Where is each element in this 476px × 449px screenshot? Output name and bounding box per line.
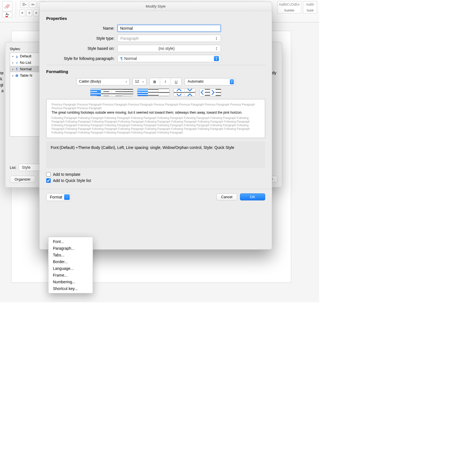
spacing-1-5-button[interactable] [148, 89, 159, 96]
style-type-value: Paragraph [120, 36, 139, 41]
type-label: Style type: [46, 36, 117, 41]
bold-button[interactable]: B [150, 78, 160, 85]
list-filter-value: Style [22, 165, 31, 170]
align-left-button[interactable] [90, 89, 101, 96]
svg-rect-1 [5, 7, 8, 8]
ok-button[interactable]: OK [240, 193, 265, 200]
preview-previous: Previous Paragraph Previous Paragraph Pr… [52, 103, 260, 110]
following-value: Normal [124, 56, 137, 61]
align-right-button[interactable] [112, 89, 122, 96]
chevron-updown-icon: ▴▾ [214, 46, 219, 51]
style-subtle[interactable]: AaBb Subtl [303, 1, 317, 13]
font-color-select[interactable]: Automatic▴▾ [185, 78, 235, 85]
spacing-2-button[interactable] [159, 89, 169, 96]
justify-button[interactable] [122, 89, 133, 96]
chevron-down-icon: ⌄ [64, 194, 70, 200]
format-menu: Font... Paragraph... Tabs... Border... L… [48, 237, 93, 293]
font-select[interactable]: Calibri (Body)▾ [76, 78, 130, 85]
pilcrow-icon: ¶ [15, 67, 19, 71]
style-sample: AaBbCcDdEe [279, 3, 300, 6]
menu-item-shortcut[interactable]: Shortcut key... [48, 285, 93, 292]
based-label: Style based on: [46, 46, 117, 51]
size-select[interactable]: 12▾ [132, 78, 146, 85]
menu-item-language[interactable]: Language... [48, 265, 93, 272]
style-a-icon: a [15, 55, 19, 58]
based-on-select[interactable]: (no style)▴▾ [117, 45, 221, 52]
menu-item-numbering[interactable]: Numbering... [48, 279, 93, 285]
align-right-ribbon[interactable]: ≡ [33, 10, 39, 16]
add-to-quick-style-checkbox[interactable] [46, 178, 51, 183]
format-dropdown[interactable]: Format ⌄ [46, 193, 71, 201]
add-to-template-checkbox[interactable] [46, 172, 51, 177]
indent-dec-button[interactable] [200, 89, 210, 96]
underline-button[interactable]: U [171, 78, 181, 85]
properties-heading: Properties [46, 16, 265, 21]
formatting-heading: Formatting [46, 69, 265, 74]
add-to-quick-style-label: Add to Quick Style list [53, 178, 91, 183]
align-left-ribbon[interactable]: ≡ [19, 10, 25, 16]
table-icon: ▦ [15, 74, 19, 77]
style-sample: AaBb [306, 3, 314, 6]
clear-formatting-button[interactable] [2, 1, 12, 11]
menu-item-tabs[interactable]: Tabs... [48, 252, 93, 258]
font-color-value: Automatic [188, 79, 204, 83]
based-on-value: (no style) [158, 46, 175, 51]
menu-item-border[interactable]: Border... [48, 258, 93, 265]
following-label: Style for following paragraph: [46, 56, 117, 61]
biu-group: B I U [149, 78, 182, 86]
list-label: List: [10, 165, 17, 170]
list-item-label: Table N [20, 73, 32, 78]
style-name: Subtitle [284, 9, 295, 12]
chevron-down-icon: ▾ [124, 78, 128, 85]
add-to-template-label: Add to template [53, 172, 80, 177]
list-item-label: Default [20, 54, 31, 58]
chevron-updown-icon: ▴▾ [214, 36, 219, 41]
size-value: 12 [135, 79, 139, 83]
list-item-label: No List [20, 60, 31, 65]
space-before-dec-button[interactable] [185, 89, 195, 96]
format-label: Format [50, 195, 62, 199]
name-label: Name: [46, 26, 117, 31]
dialog-title: Modify Style [39, 2, 272, 11]
space-before-inc-button[interactable] [174, 89, 185, 96]
font-color-button[interactable]: A ▾ [2, 12, 12, 17]
align-center-ribbon[interactable]: ≡ [26, 10, 32, 16]
font-value: Calibri (Body) [79, 79, 101, 83]
menu-item-frame[interactable]: Frame... [48, 272, 93, 279]
pilcrow-icon: ¶ [120, 56, 123, 61]
style-name: Subtl [306, 9, 313, 12]
style-type-select[interactable]: Paragraph▴▾ [117, 35, 221, 42]
align-center-button[interactable] [101, 89, 112, 96]
menu-item-font[interactable]: Font... [48, 238, 93, 245]
indent-inc-button[interactable] [210, 89, 221, 96]
spacing-1-button[interactable] [137, 89, 148, 96]
style-preview: Previous Paragraph Previous Paragraph Pr… [46, 99, 265, 138]
italic-button[interactable]: I [160, 78, 171, 85]
chevron-down-icon: ▾ [141, 78, 145, 85]
style-description: Font:(Default) +Theme Body (Calibri), Le… [46, 141, 265, 168]
list-icon: ≡ [15, 61, 19, 64]
style-subtitle[interactable]: AaBbCcDdEe Subtitle [277, 1, 301, 13]
list-item-label: Normal [20, 67, 32, 71]
menu-item-paragraph[interactable]: Paragraph... [48, 245, 93, 252]
modify-style-dialog: Modify Style Properties Name: Style type… [39, 2, 272, 250]
numbering-button[interactable]: ≡ ▾ [29, 1, 36, 8]
preview-following: Following Paragraph Following Paragraph … [52, 116, 260, 134]
following-select[interactable]: ¶Normal▴▾ [117, 55, 221, 62]
document-fragment: te k gi a [0, 70, 4, 94]
chevron-updown-icon: ▴▾ [230, 79, 234, 84]
chevron-updown-icon: ▴▾ [214, 56, 219, 61]
name-input[interactable] [117, 25, 221, 32]
bullets-button[interactable]: ☰ ▾ [20, 1, 28, 8]
preview-sample: The great rumbling footsteps outside wer… [52, 111, 260, 115]
organizer-button[interactable]: Organizer [10, 176, 35, 183]
cancel-button[interactable]: Cancel [216, 193, 237, 200]
